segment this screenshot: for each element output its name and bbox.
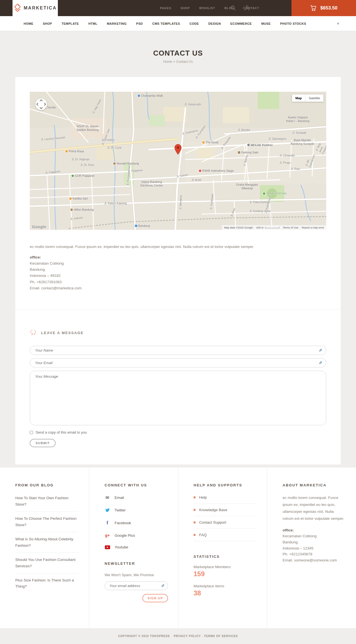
cart-button[interactable]: $653.50 [291,0,356,16]
terms-of-services-link[interactable]: TERMS OF SERVICES [204,635,238,638]
help-link-knowladge-base[interactable]: Knowladge Base [194,504,256,516]
main-nav-items: HOMESHOPTEMPLATEHTMLMARKETINGPSDCMS TEMP… [24,22,306,25]
map-label: The Kiosk [202,141,219,144]
privacy-policy-link[interactable]: PRIVACY POLICY [174,635,201,638]
blog-link[interactable]: Plus Size Fashion: Is There Such a Thing… [15,573,78,594]
report-map-error-link[interactable]: Report a map error [302,226,324,229]
brand-logo[interactable]: MARKETICA [13,0,58,16]
map-label: Hilton Bandung [70,208,94,212]
main-nav-item-psd[interactable]: PSD [136,22,143,25]
train-map-icon [135,225,137,227]
cart-total: $653.50 [320,5,337,11]
connect-link-email[interactable]: ✉Email [105,495,167,500]
map-label: Kantor Imigrasi Kelas I - Bandung [286,116,309,123]
lodge-map-icon [70,208,73,211]
help-link-contact-support[interactable]: Contact Support [194,516,256,529]
help-label: FAQ [199,533,207,537]
map-label: Istana Bandung Electronic Center [140,180,163,187]
about-office-block: office: Kecamatan CoblongBandung.Indones… [283,527,345,563]
connect-link-google-plus[interactable]: g+Google Plus [105,533,167,538]
stat-value: 159 [194,570,256,578]
main-nav-item-template[interactable]: TEMPLATE [61,22,79,25]
main-nav-item-code[interactable]: CODE [189,22,199,25]
submit-button[interactable]: SUBMIT [30,439,56,447]
twitter-icon [105,508,110,513]
satellite-button[interactable]: Satellite [305,95,323,102]
blog-link[interactable]: What is So Alluring About Celebrity Fash… [15,532,78,553]
statistics-heading: STATISTICS [194,555,256,559]
connect-link-facebook[interactable]: fFacebook [105,520,167,526]
hosp-map-icon [199,170,201,172]
help-list: HelpKnowladge BaseContact SupportFAQ [194,491,256,541]
brand-tag-icon [14,4,21,13]
office-lines: Kecamatan CoblongBandung.Indonesia – 491… [30,260,326,291]
food-map-icon [202,141,205,144]
breadcrumb-current: Contact Us [176,60,193,64]
map-marker-pin[interactable] [174,144,182,156]
map-label: Gedung Sate [238,151,258,154]
connect-label: Google Plus [115,533,135,538]
chevron-double-down-icon[interactable]: » [336,23,340,24]
office-line: Email. contact@marketica.com [30,285,326,291]
blog-link[interactable]: Should You Use Fashion Consultant Servic… [15,553,78,573]
blog-link[interactable]: How To Choose The Perfect Fashion Store? [15,512,78,532]
search-icon[interactable] [230,5,236,11]
email-field-wrap: ✎ [30,358,326,367]
map-label: Jl. Cimandiri [280,154,295,158]
googleplus-icon: g+ [105,533,110,538]
main-nav-item-cms-templates[interactable]: CMS TEMPLATES [152,22,180,25]
message-field-wrap [30,371,326,426]
help-link-faq[interactable]: FAQ [194,529,256,541]
map-pan-control[interactable] [35,98,47,110]
main-nav-item-home[interactable]: HOME [24,22,33,25]
pen-icon: ✎ [319,360,322,365]
square-bullet-icon [194,534,196,536]
office-line: Ph. +6212345678 [283,551,345,557]
main-nav-item-html[interactable]: HTML [88,22,98,25]
signup-button[interactable]: SIGN UP [142,594,168,602]
map-label: RSUP Dr. Hasan Sadikin Bandung [76,125,98,132]
connect-link-youtube[interactable]: Youtube [105,545,167,549]
message-textarea[interactable] [30,371,326,425]
connect-label: Twitter [115,508,126,512]
pen-icon: ✎ [319,348,322,353]
google-logo[interactable]: Google [32,225,46,229]
map-button[interactable]: Map [292,95,305,102]
office-label: office: [283,527,345,533]
map-label: Jl. Kebon Kawung [104,202,127,205]
main-nav-item-muse[interactable]: MUSE [261,22,271,25]
breadcrumb-separator: > [173,60,175,64]
main-nav-item-photo-stocks[interactable]: PHOTO STOCKS [280,22,306,25]
map[interactable]: Champelas WalkJl. HasanudinRaja SundaJl.… [30,92,326,230]
main-nav-item-marketing[interactable]: MARKETING [107,22,127,25]
connect-link-twitter[interactable]: Twitter [105,508,167,513]
map-label: Bank Mandiri Bandung Surapati [291,138,314,146]
footer-about-column: ABOUT MARKETICA ec mollis lorem consequa… [267,468,356,628]
send-copy-checkbox[interactable] [30,431,33,434]
main-nav-item-shop[interactable]: SHOP [43,22,52,25]
office-line: Kecamatan Coblong [30,260,326,267]
user-icon[interactable] [244,5,250,11]
office-line: Kecamatan Coblong [283,533,345,539]
map-label: Jl. Dr. Curie [107,146,122,150]
facebook-icon: f [105,520,110,526]
name-input[interactable] [30,346,326,355]
main-nav-item-design[interactable]: DESIGN [208,22,221,25]
map-label: Graha Manggala Siliwangi [236,183,258,190]
help-link-help[interactable]: Help [194,491,256,504]
about-heading: ABOUT MARKETICA [283,483,345,487]
top-nav-item-pages[interactable]: PAGES [160,6,171,10]
main-nav-item-ecommerce[interactable]: ECOMMERCE [230,22,252,25]
top-nav-item-wishlist[interactable]: WISHLIST [199,6,215,10]
terms-of-use-link[interactable]: Terms of Use [283,226,298,229]
email-input[interactable] [30,358,326,367]
lodge-map-icon [113,162,116,165]
map-label: Taman Pramuka [263,192,286,195]
top-nav-item-shop[interactable]: SHOP [181,6,190,10]
page: MARKETICA PAGESSHOPWISHLISTBLOGCONTACT [0,0,356,644]
blog-link[interactable]: How To Start Your Own Fashion Store? [15,491,78,512]
map-label: Jl. Dr. Rajiman [71,158,90,161]
newsletter-email-input[interactable] [105,581,168,590]
copyright-bar: COPYRIGHT © 2015 TOKOPRESS PRIVACY POLIC… [0,628,356,644]
breadcrumb-home-link[interactable]: Home [163,60,172,64]
